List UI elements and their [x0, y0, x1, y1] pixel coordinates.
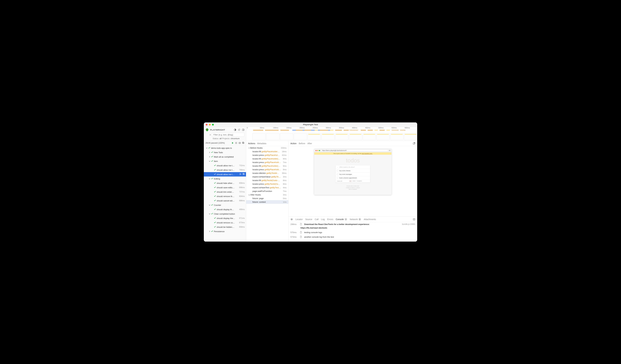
actions-list[interactable]: Before Hooks333mslocator.fill getByPlace… [246, 146, 288, 242]
tab-metadata[interactable]: Metadata [257, 142, 266, 145]
chevron-right-icon[interactable] [248, 147, 250, 149]
timeline-thumbnail[interactable] [376, 133, 390, 140]
action-row[interactable]: locator.fill getByPlaceholder…18ms [246, 150, 288, 153]
run-test-icon[interactable] [240, 173, 242, 176]
tree-item[interactable]: New Todo [204, 150, 246, 155]
tab-network[interactable]: Network 6 [350, 218, 361, 221]
timeline-thumbnail[interactable] [335, 133, 348, 140]
action-row[interactable]: locator.fill getByTestId('todo-…8ms [246, 179, 288, 182]
tree-item[interactable]: should allow me t…788ms [204, 168, 246, 172]
tree-item[interactable]: should display the…671ms [204, 216, 246, 220]
chevron-right-icon[interactable] [208, 231, 211, 232]
tree-item[interactable]: Persistence [204, 229, 246, 233]
chevron-down-icon[interactable] [208, 204, 211, 206]
timeline-thumbnail[interactable] [266, 133, 279, 140]
timeline-thumbnail[interactable] [308, 133, 321, 140]
timeline[interactable]: 050ms100ms150ms200ms250ms300ms350ms400ms… [246, 127, 417, 141]
chevron-down-icon[interactable] [248, 194, 250, 196]
console-row[interactable]: 298msDownload the React DevTools for a b… [289, 222, 417, 227]
status-value[interactable]: all [220, 137, 222, 140]
action-row[interactable]: locator.press getByPlacehold…7ms [246, 161, 288, 164]
tree-item[interactable]: Editing [204, 177, 246, 181]
chevron-down-icon[interactable] [208, 160, 211, 162]
tab-source[interactable]: Source [305, 218, 312, 221]
tab-console[interactable]: Console 3 [336, 218, 347, 221]
tree-item[interactable]: should be hidden…659ms [204, 225, 246, 229]
timeline-thumbnails[interactable] [246, 133, 417, 140]
filter-input[interactable] [212, 133, 244, 137]
panel-toggle-icon[interactable] [242, 129, 244, 131]
test-tree[interactable]: demo-todo-app.spec.tsNew TodoMark all as… [204, 145, 246, 242]
tree-item[interactable]: should allow me t… [204, 172, 246, 177]
chevron-right-icon[interactable] [208, 156, 211, 158]
action-row[interactable]: fixture: context1ms [246, 200, 288, 204]
split-panel-icon[interactable] [413, 218, 415, 221]
console-link[interactable]: https://fb.me/react-devtools [300, 227, 327, 229]
timeline-thumbnail[interactable] [404, 133, 417, 140]
copy-icon[interactable] [242, 142, 244, 144]
timeline-thumbnail[interactable] [321, 133, 334, 140]
tree-item[interactable]: Counter [204, 203, 246, 207]
chevron-down-icon[interactable] [206, 147, 208, 149]
tree-item[interactable]: Item [204, 159, 246, 163]
tree-item[interactable]: should remove co…673ms [204, 220, 246, 225]
watch-icon[interactable] [239, 142, 241, 144]
console-row[interactable]: 573msanother console log from the test [289, 235, 417, 239]
banner-text: This is just a demo of TodoMVC for testi… [333, 153, 362, 154]
chevron-down-icon[interactable] [208, 178, 211, 180]
tree-item[interactable]: should trim enter…737ms [204, 190, 246, 194]
timeline-thumbnail[interactable] [252, 133, 266, 140]
action-row[interactable]: locator.dblclick getByTestId…30ms [246, 171, 288, 175]
timeline-thumbnail[interactable] [349, 133, 362, 140]
stop-icon[interactable] [235, 142, 237, 144]
tree-item[interactable]: should cancel edi…686ms [204, 199, 246, 203]
tab-errors[interactable]: Errors [327, 218, 333, 221]
action-row[interactable]: expect.toHaveValue getByTe…3ms [246, 175, 288, 179]
tab-before-snapshot[interactable]: Before [299, 142, 305, 145]
tree-item[interactable]: demo-todo-app.spec.ts [204, 146, 246, 150]
timeline-tick: 100ms [273, 127, 286, 130]
timeline-thumbnail[interactable] [280, 133, 293, 140]
action-row[interactable]: locator.press getByPlacehol…42ms [246, 153, 288, 157]
action-row[interactable]: locator.fill getByPlaceholder(…8ms [246, 157, 288, 161]
snapshot-viewport[interactable]: https://demo.playwright.dev/todomvc/#/ ≡… [289, 146, 417, 216]
action-row[interactable]: locator.fill getByPlaceholder(…8ms [246, 164, 288, 168]
timeline-thumbnail[interactable] [363, 133, 376, 140]
action-row[interactable]: Before Hooks333ms [246, 146, 288, 150]
action-row[interactable]: locator.press getByPlacehold…8ms [246, 168, 288, 171]
tab-call[interactable]: Call [315, 218, 318, 221]
filter-collapse-icon[interactable] [209, 134, 211, 136]
tab-action-snapshot[interactable]: Action [291, 142, 296, 145]
tree-item[interactable]: Mark all as completed [204, 155, 246, 159]
action-row[interactable]: fixture: page0ms [246, 197, 288, 200]
timeline-thumbnail[interactable] [294, 133, 307, 140]
run-all-icon[interactable] [232, 142, 234, 144]
action-row[interactable]: page.waitForFunction7ms [246, 189, 288, 193]
tab-log[interactable]: Log [321, 218, 325, 221]
tree-item[interactable]: should remove th…604ms [204, 194, 246, 199]
action-row[interactable]: locator.press getByTestId('to…8ms [246, 182, 288, 186]
open-external-icon[interactable] [413, 142, 415, 145]
chevron-right-icon[interactable] [208, 152, 211, 153]
tree-item[interactable]: should display th…499ms [204, 207, 246, 212]
copy-test-icon[interactable] [243, 173, 245, 176]
timeline-thumbnail[interactable] [390, 133, 403, 140]
tab-locator[interactable]: Locator [295, 218, 303, 221]
refresh-icon[interactable] [238, 129, 240, 131]
action-row[interactable]: expect.toHaveText getByTest…4ms [246, 186, 288, 189]
tab-actions[interactable]: Actions [248, 142, 255, 145]
action-row[interactable]: After Hooks3ms [246, 193, 288, 197]
tree-item[interactable]: should save edits…696ms [204, 185, 246, 190]
tree-item[interactable]: Clear completed button [204, 212, 246, 216]
console-row[interactable]: 570mstesting console logs [289, 230, 417, 235]
projects-value[interactable]: chromium [231, 137, 240, 140]
tab-attachments[interactable]: Attachments [364, 218, 376, 221]
chevron-down-icon[interactable] [208, 213, 211, 215]
inspect-icon[interactable] [291, 218, 293, 221]
theme-toggle-icon[interactable] [234, 129, 236, 131]
tab-after-snapshot[interactable]: After [307, 142, 312, 145]
console-body[interactable]: 298msDownload the React DevTools for a b… [289, 222, 417, 242]
tree-item[interactable]: should allow me t…732ms [204, 163, 246, 168]
tree-item[interactable]: should hide other…656ms [204, 181, 246, 185]
tree-item-duration: 737ms [239, 191, 245, 193]
